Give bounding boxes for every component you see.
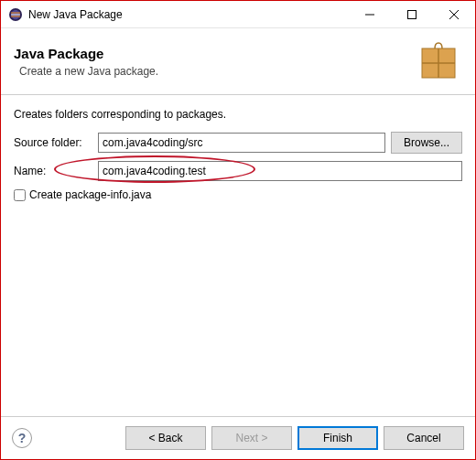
back-button[interactable]: < Back bbox=[125, 426, 206, 450]
name-row: Name: bbox=[14, 161, 462, 181]
browse-button[interactable]: Browse... bbox=[391, 132, 462, 154]
help-icon[interactable]: ? bbox=[12, 428, 32, 448]
description-text: Creates folders corresponding to package… bbox=[14, 108, 462, 121]
dialog-window: New Java Package Java Package Create a n… bbox=[1, 1, 475, 459]
maximize-button[interactable] bbox=[391, 1, 433, 27]
name-input[interactable] bbox=[98, 161, 462, 181]
package-info-row: Create package-info.java bbox=[14, 188, 462, 201]
page-title: Java Package bbox=[14, 46, 415, 61]
svg-rect-3 bbox=[11, 14, 20, 15]
finish-button[interactable]: Finish bbox=[298, 426, 378, 450]
page-subtitle: Create a new Java package. bbox=[19, 65, 415, 78]
svg-rect-4 bbox=[11, 16, 20, 16]
titlebar: New Java Package bbox=[1, 1, 475, 28]
name-label: Name: bbox=[14, 165, 98, 177]
minimize-button[interactable] bbox=[349, 1, 391, 27]
cancel-button[interactable]: Cancel bbox=[384, 426, 464, 450]
header-text: Java Package Create a new Java package. bbox=[14, 46, 415, 78]
package-icon bbox=[415, 37, 462, 85]
source-folder-input[interactable] bbox=[98, 133, 385, 153]
window-controls bbox=[349, 1, 475, 27]
svg-rect-2 bbox=[11, 12, 20, 13]
name-input-wrap bbox=[98, 161, 462, 181]
close-button[interactable] bbox=[433, 1, 475, 27]
source-folder-label: Source folder: bbox=[14, 136, 98, 149]
package-info-checkbox[interactable] bbox=[14, 189, 26, 201]
package-info-label: Create package-info.java bbox=[29, 188, 151, 201]
window-title: New Java Package bbox=[28, 8, 349, 21]
source-folder-row: Source folder: Browse... bbox=[14, 132, 462, 154]
dialog-body: Creates folders corresponding to package… bbox=[1, 95, 475, 416]
svg-rect-6 bbox=[408, 10, 416, 18]
dialog-footer: ? < Back Next > Finish Cancel bbox=[1, 416, 475, 459]
dialog-header: Java Package Create a new Java package. bbox=[1, 28, 475, 95]
eclipse-icon bbox=[8, 7, 23, 22]
next-button: Next > bbox=[211, 426, 292, 450]
